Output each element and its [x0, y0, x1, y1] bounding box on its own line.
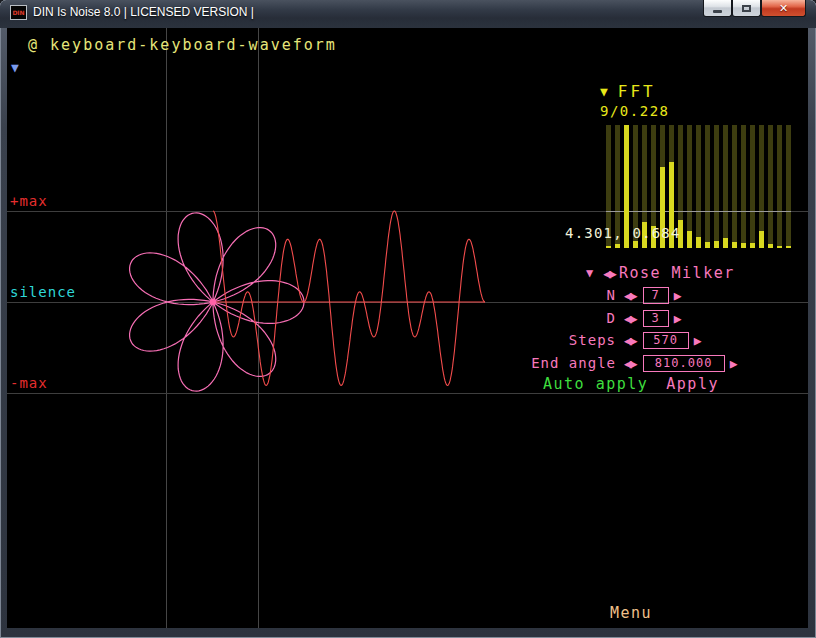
param-label: End angle	[528, 355, 616, 371]
param-value-field[interactable]: 810.000	[643, 355, 725, 372]
pitch-marker-icon[interactable]: ▼	[11, 61, 19, 74]
plus-max-label: +max	[10, 193, 48, 209]
auto-apply-toggle[interactable]: Auto apply	[543, 375, 648, 393]
window-controls: ✕	[703, 0, 806, 17]
window-title: DIN Is Noise 8.0 | LICENSED VERSION |	[33, 5, 254, 19]
fft-cursor-readout: 4.301, 0.684	[565, 225, 681, 241]
fft-header: ▼ FFT	[600, 82, 656, 101]
grid-line-vertical-2	[258, 28, 259, 628]
rose-milker-title: Rose Milker	[619, 264, 735, 282]
param-row-steps: Steps ◀▶ 570 ▶	[528, 331, 701, 349]
drag-arrow-icon[interactable]: ▶	[674, 289, 682, 302]
maximize-icon	[742, 5, 751, 12]
apply-button[interactable]: Apply	[666, 375, 719, 393]
param-label: Steps	[528, 332, 616, 348]
close-button[interactable]: ✕	[761, 0, 806, 17]
spinner-arrows[interactable]: ◀▶	[624, 333, 636, 348]
spinner-arrows[interactable]: ◀▶	[624, 356, 636, 371]
param-row-end-angle: End angle ◀▶ 810.000 ▶	[528, 354, 737, 372]
drag-arrow-icon[interactable]: ▶	[694, 334, 702, 347]
silence-label: silence	[10, 284, 76, 300]
param-row-n: N ◀▶ 7 ▶	[528, 286, 681, 304]
instrument-label: @ keyboard-keyboard-waveform	[28, 36, 337, 54]
maximize-button[interactable]	[732, 0, 761, 17]
drag-arrow-icon[interactable]: ▶	[674, 312, 682, 325]
param-value-field[interactable]: 570	[643, 332, 689, 349]
menu-button[interactable]: Menu	[610, 604, 652, 622]
rose-milker-cycle-arrows[interactable]: ◀▶	[603, 266, 615, 281]
main-canvas[interactable]: @ keyboard-keyboard-waveform ▼ +max sile…	[7, 28, 808, 628]
close-icon: ✕	[779, 3, 788, 14]
grid-line-vertical-1	[166, 28, 167, 628]
fft-bin-readout: 9/0.228	[600, 103, 670, 119]
app-window: DIN DIN Is Noise 8.0 | LICENSED VERSION …	[0, 0, 816, 638]
param-label: N	[528, 287, 616, 303]
spinner-arrows[interactable]: ◀▶	[624, 311, 636, 326]
minimize-icon	[713, 10, 722, 13]
minus-max-label: -max	[10, 375, 48, 391]
param-label: D	[528, 310, 616, 326]
param-value-field[interactable]: 7	[643, 287, 669, 304]
app-icon-text: DIN	[12, 9, 24, 16]
minimize-button[interactable]	[703, 0, 732, 17]
fft-chart[interactable]: 4.301, 0.684	[606, 125, 791, 248]
param-row-d: D ◀▶ 3 ▶	[528, 309, 681, 327]
apply-row: Auto apply Apply	[543, 375, 719, 393]
param-value-field[interactable]: 3	[643, 310, 669, 327]
drag-arrow-icon[interactable]: ▶	[730, 357, 738, 370]
fft-title: FFT	[618, 82, 656, 101]
rose-milker-header: ▼ ◀▶ Rose Milker	[586, 264, 735, 282]
spinner-arrows[interactable]: ◀▶	[624, 288, 636, 303]
app-icon[interactable]: DIN	[10, 5, 27, 20]
rose-milker-panel: ▼ ◀▶ Rose Milker N ◀▶ 7 ▶ D ◀▶ 3 ▶ Steps…	[528, 264, 754, 400]
rose-milker-collapse-icon[interactable]: ▼	[586, 267, 593, 279]
fft-collapse-icon[interactable]: ▼	[600, 85, 608, 98]
titlebar[interactable]: DIN DIN Is Noise 8.0 | LICENSED VERSION …	[0, 0, 816, 28]
